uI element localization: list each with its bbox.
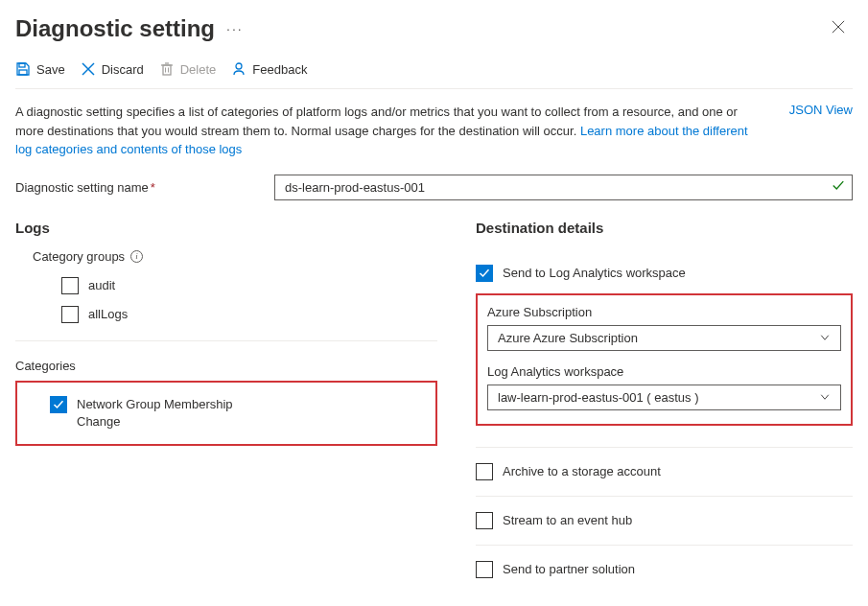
archive-storage-checkbox[interactable] [476,463,493,480]
highlight-box-destination: Azure Subscription Azure Azure Subscript… [476,293,853,426]
send-log-analytics-checkbox[interactable] [476,265,493,282]
discard-button[interactable]: Discard [81,61,144,77]
feedback-icon [231,61,246,77]
stream-eventhub-label[interactable]: Stream to an event hub [503,513,632,527]
close-icon[interactable] [824,16,853,41]
subscription-dropdown[interactable]: Azure Azure Subscription [487,325,841,351]
json-view-link[interactable]: JSON View [789,103,853,117]
info-icon[interactable]: i [130,250,143,263]
discard-label: Discard [102,62,144,77]
chevron-down-icon [819,391,831,403]
delete-icon [159,61,175,77]
svg-rect-6 [163,65,171,75]
svg-point-11 [236,63,242,69]
logs-heading: Logs [15,220,437,236]
save-label: Save [36,62,65,77]
svg-rect-3 [19,70,27,75]
stream-eventhub-checkbox[interactable] [476,512,493,529]
destination-heading: Destination details [476,220,853,236]
archive-storage-label[interactable]: Archive to a storage account [503,464,661,478]
category-groups-heading: Category groups i [33,249,437,264]
workspace-label: Log Analytics workspace [487,364,841,379]
network-group-label[interactable]: Network Group Membership Change [77,396,269,431]
delete-button: Delete [159,61,217,77]
subscription-label: Azure Subscription [487,305,841,319]
feedback-label: Feedback [252,62,307,77]
delete-label: Delete [180,62,217,77]
toolbar: Save Discard Delete Feedback [15,61,853,89]
network-group-checkbox[interactable] [50,396,67,413]
workspace-value: law-learn-prod-eastus-001 ( eastus ) [498,390,699,405]
page-title: Diagnostic setting [15,15,215,42]
audit-checkbox[interactable] [61,277,79,294]
highlight-box-categories: Network Group Membership Change [15,381,437,446]
save-button[interactable]: Save [15,61,65,77]
subscription-value: Azure Azure Subscription [498,331,638,345]
more-menu-icon[interactable]: ··· [226,21,244,36]
divider [15,340,437,341]
partner-solution-checkbox[interactable] [476,561,493,578]
audit-label[interactable]: audit [88,278,115,292]
alllogs-checkbox[interactable] [61,306,79,323]
partner-solution-label[interactable]: Send to partner solution [503,562,635,576]
svg-rect-2 [19,63,25,67]
alllogs-label[interactable]: allLogs [88,307,128,321]
workspace-dropdown[interactable]: law-learn-prod-eastus-001 ( eastus ) [487,385,841,410]
validation-check-icon [832,179,845,196]
diagnostic-name-input[interactable] [274,175,853,200]
diagnostic-name-label: Diagnostic setting name* [15,180,274,195]
categories-heading: Categories [15,359,437,373]
required-indicator: * [151,180,155,195]
description-text: A diagnostic setting specifies a list of… [15,103,766,159]
discard-icon [81,61,96,77]
save-icon [15,61,31,77]
feedback-button[interactable]: Feedback [231,61,307,77]
chevron-down-icon [819,332,831,343]
send-log-analytics-label[interactable]: Send to Log Analytics workspace [503,266,686,280]
